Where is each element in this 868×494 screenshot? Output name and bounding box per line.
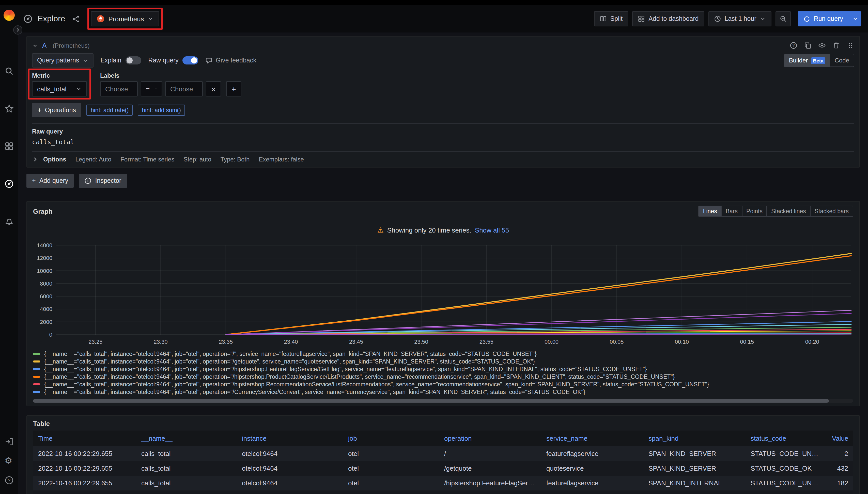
metric-select[interactable]: calls_total <box>32 81 87 96</box>
inspector-button[interactable]: Inspector <box>79 174 127 188</box>
drag-handle-icon[interactable] <box>847 42 854 49</box>
svg-text:23:55: 23:55 <box>480 339 493 345</box>
label-value-select[interactable]: Choose <box>165 81 203 96</box>
share-icon[interactable] <box>72 15 80 23</box>
legend-item[interactable]: {__name__="calls_total", instance="otelc… <box>33 388 853 396</box>
column-header-value[interactable]: Value <box>827 431 853 446</box>
datasource-picker[interactable]: Prometheus <box>91 11 159 26</box>
code-mode-tab[interactable]: Code <box>830 54 854 66</box>
column-header-service-name[interactable]: service_name <box>541 431 644 446</box>
explore-content: A (Prometheus) ? <box>18 33 868 494</box>
remove-label-filter-button[interactable]: × <box>206 81 221 96</box>
cell-status-code: STATUS_CODE_UNSET <box>745 476 827 491</box>
query-patterns-dropdown[interactable]: Query patterns <box>32 53 93 68</box>
viz-mode-bars[interactable]: Bars <box>721 206 742 216</box>
svg-text:0: 0 <box>49 331 52 338</box>
add-query-button[interactable]: + Add query <box>26 174 74 188</box>
metric-label: Metric <box>32 72 87 79</box>
explain-toggle[interactable] <box>125 56 141 64</box>
sign-in-icon[interactable] <box>4 437 14 446</box>
clock-icon <box>714 15 721 22</box>
column-header-status-code[interactable]: status_code <box>745 431 827 446</box>
explain-label: Explain <box>101 57 121 64</box>
query-options-row[interactable]: Options Legend: Auto Format: Time series… <box>32 151 854 165</box>
delete-query-trash-icon[interactable] <box>832 42 840 49</box>
star-icon[interactable] <box>4 104 14 113</box>
viz-mode-stacked-lines[interactable]: Stacked lines <box>766 206 810 216</box>
label-key-placeholder: Choose <box>105 85 128 93</box>
cell-span-kind: SPAN_KIND_SERVER <box>644 446 745 461</box>
hint-add-sum-button[interactable]: hint: add sum() <box>138 104 185 116</box>
search-icon[interactable] <box>4 66 14 76</box>
legend-item[interactable]: {__name__="calls_total", instance="otelc… <box>33 373 853 380</box>
scrollbar-thumb[interactable] <box>33 399 829 403</box>
sidebar-expand-button[interactable] <box>13 25 22 35</box>
graph-style-switch: Lines Bars Points Stacked lines Stacked … <box>699 206 853 217</box>
option-format: Format: Time series <box>121 156 174 163</box>
cell-operation: /hipstershop.FeatureFlagServi… <box>439 476 541 491</box>
add-to-dashboard-button[interactable]: Add to dashboard <box>632 11 704 26</box>
table-row[interactable]: 2022-10-16 00:22:29.655 calls_total otel… <box>33 476 853 491</box>
svg-text:00:10: 00:10 <box>675 339 689 345</box>
label-key-select[interactable]: Choose <box>100 81 138 96</box>
legend-label: {__name__="calls_total", instance="otelc… <box>44 374 675 380</box>
cell-operation: /getquote <box>439 461 541 476</box>
run-query-dropdown[interactable] <box>849 11 861 26</box>
apps-icon[interactable] <box>4 141 14 151</box>
raw-query-toggle[interactable] <box>183 56 198 64</box>
metric-field-group: Metric calls_total <box>32 72 87 96</box>
legend-item[interactable]: {__name__="calls_total", instance="otelc… <box>33 380 853 388</box>
column-header-span-kind[interactable]: span_kind <box>644 431 745 446</box>
svg-text:6000: 6000 <box>40 293 52 300</box>
add-operations-button[interactable]: + Operations <box>32 103 82 117</box>
zoom-out-button[interactable] <box>776 11 791 26</box>
give-feedback-link[interactable]: Give feedback <box>205 57 256 64</box>
grafana-logo[interactable] <box>3 10 15 21</box>
explore-compass-icon[interactable] <box>4 179 14 188</box>
cell-span-kind: SPAN_KIND_CLIENT <box>644 491 745 494</box>
table-row[interactable]: 2022-10-16 00:22:29.655 calls_total otel… <box>33 446 853 461</box>
legend-marker <box>33 391 40 393</box>
legend-item[interactable]: {__name__="calls_total", instance="otelc… <box>33 357 853 365</box>
collapse-chevron-icon[interactable] <box>32 42 38 49</box>
builder-mode-tab[interactable]: Builder Beta <box>784 54 830 66</box>
table-row[interactable]: 2022-10-16 00:22:29.655 calls_total otel… <box>33 461 853 476</box>
legend-scrollbar[interactable] <box>33 399 853 403</box>
column-header-time[interactable]: Time <box>33 431 136 446</box>
query-help-icon[interactable]: ? <box>790 42 797 49</box>
raw-query-value: calls_total <box>32 138 854 146</box>
hide-query-eye-icon[interactable] <box>818 42 826 49</box>
alerting-bell-icon[interactable] <box>4 217 14 226</box>
viz-mode-points[interactable]: Points <box>742 206 766 216</box>
table-row[interactable]: 2022-10-16 00:22:29.655 calls_total otel… <box>33 491 853 494</box>
time-range-picker[interactable]: Last 1 hour <box>708 11 772 26</box>
table-panel-title: Table <box>33 420 50 428</box>
column-header-operation[interactable]: operation <box>439 431 541 446</box>
column-header-job[interactable]: job <box>343 431 439 446</box>
warning-icon: ⚠ <box>377 226 384 233</box>
duplicate-query-icon[interactable] <box>804 42 812 49</box>
plus-icon: + <box>32 177 36 184</box>
chevron-right-icon <box>15 27 20 33</box>
query-ref-id[interactable]: A <box>42 42 47 49</box>
chevron-down-icon <box>83 58 88 63</box>
column-header-name[interactable]: __name__ <box>136 431 237 446</box>
legend-item[interactable]: {__name__="calls_total", instance="otelc… <box>33 365 853 373</box>
label-operator-select[interactable]: = <box>141 81 162 96</box>
plus-icon: + <box>38 107 41 114</box>
settings-gear-icon[interactable]: ⚙ <box>4 456 14 466</box>
graph-svg[interactable]: 0200040006000800010000120001400023:2523:… <box>33 240 854 348</box>
show-all-series-link[interactable]: Show all 55 <box>475 226 509 234</box>
run-query-button[interactable]: Run query <box>798 11 849 26</box>
viz-mode-stacked-bars[interactable]: Stacked bars <box>810 206 853 216</box>
cell-service-name: quoteservice <box>541 461 644 476</box>
hint-add-rate-button[interactable]: hint: add rate() <box>87 104 133 116</box>
raw-query-toggle-label: Raw query <box>148 57 179 64</box>
legend-item[interactable]: {__name__="calls_total", instance="otelc… <box>33 350 853 357</box>
beta-badge: Beta <box>811 57 825 64</box>
help-icon[interactable]: ? <box>4 476 14 485</box>
add-label-filter-button[interactable]: + <box>226 81 241 96</box>
split-button[interactable]: Split <box>594 11 628 26</box>
viz-mode-lines[interactable]: Lines <box>699 206 721 216</box>
column-header-instance[interactable]: instance <box>237 431 343 446</box>
